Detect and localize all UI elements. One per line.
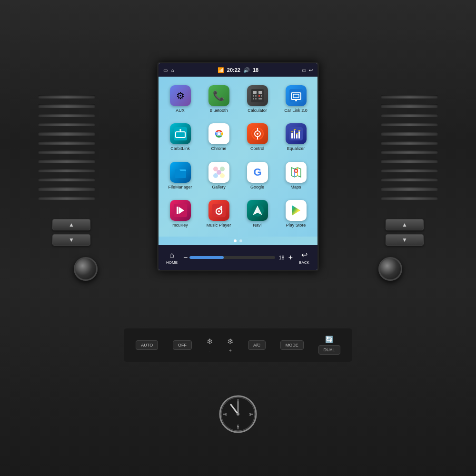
dual-label[interactable]: DUAL: [318, 345, 340, 355]
volume-bar[interactable]: [189, 256, 275, 259]
app-item-maps[interactable]: Maps: [278, 158, 314, 194]
app-item-carlink[interactable]: Car Link 2.0: [278, 81, 314, 117]
svg-point-57: [218, 210, 220, 212]
back-label: BACK: [299, 260, 309, 265]
vent-slat: [381, 114, 438, 117]
app-item-bluetooth[interactable]: 📞Bluetooth: [201, 81, 237, 117]
vent-slat: [381, 123, 438, 126]
page-dot-1: [234, 239, 237, 242]
app-label-control: Control: [250, 146, 264, 151]
svg-rect-30: [294, 130, 295, 139]
svg-point-22: [218, 132, 220, 135]
app-item-mcukey[interactable]: mcuKey: [162, 197, 198, 232]
vent-slat: [381, 178, 438, 181]
app-icon-chrome: [208, 123, 229, 144]
vent-slat: [38, 141, 95, 145]
back-button[interactable]: ↩ BACK: [295, 250, 314, 265]
left-volume-knob[interactable]: [74, 257, 98, 281]
volume-number: 18: [277, 255, 287, 260]
navigation-bar: ⌂ HOME − 18 + ↩ BACK: [159, 245, 317, 270]
page-indicator: [159, 237, 317, 245]
fan-high-icon: ❄: [227, 337, 233, 346]
vent-slat: [381, 169, 438, 172]
right-btn-down[interactable]: ▼: [386, 234, 424, 246]
app-label-aux: AUX: [176, 108, 185, 113]
fan-plus-icon: +: [229, 348, 232, 353]
climate-ac-button[interactable]: A/C: [248, 340, 266, 350]
vent-slat: [38, 178, 95, 181]
app-item-navi[interactable]: Navi: [239, 197, 275, 232]
mode-label[interactable]: MODE: [280, 340, 304, 350]
home-button[interactable]: ⌂ HOME: [162, 251, 181, 265]
status-left-icons: ▭ ⌂: [163, 68, 174, 73]
volume-minus-icon[interactable]: −: [183, 253, 188, 262]
app-icon-maps: [286, 162, 307, 183]
svg-rect-3: [253, 95, 254, 97]
app-label-filemanager: FileManager: [168, 185, 192, 190]
app-label-maps: Maps: [290, 185, 301, 190]
app-icon-filemanager: [170, 162, 191, 183]
app-item-google[interactable]: GGoogle: [239, 158, 275, 194]
app-item-carbitlink[interactable]: CarbitLink: [162, 120, 198, 156]
app-item-control[interactable]: Control: [239, 120, 275, 156]
climate-auto-button[interactable]: AUTO: [136, 340, 158, 350]
svg-rect-29: [291, 133, 293, 139]
app-label-carlink: Car Link 2.0: [284, 108, 307, 113]
svg-rect-5: [253, 98, 254, 99]
app-item-chrome[interactable]: Chrome: [201, 120, 237, 156]
app-icon-equalizer: [286, 123, 307, 144]
app-label-gallery: Gallery: [212, 185, 226, 190]
app-item-aux[interactable]: ⚙AUX: [162, 81, 198, 117]
volume-control[interactable]: − 18 +: [183, 253, 293, 262]
svg-rect-54: [177, 207, 178, 214]
vent-slat: [381, 197, 438, 200]
right-volume-knob[interactable]: [378, 257, 402, 281]
vent-slats-right: [381, 95, 438, 200]
app-icon-bluetooth: 📞: [208, 85, 229, 106]
ac-label[interactable]: A/C: [248, 340, 266, 350]
left-btn-down[interactable]: ▼: [52, 234, 90, 246]
vent-slat: [38, 187, 95, 190]
volume-plus-icon[interactable]: +: [288, 253, 293, 262]
svg-point-51: [295, 170, 297, 172]
android-display: ▭ ⌂ 📶 20:22 🔊 18 ▭ ↩ ⚙AUX📞BluetoothCalcu…: [159, 63, 317, 270]
app-item-playstore[interactable]: Play Store: [278, 197, 314, 232]
vent-slat: [38, 197, 95, 200]
back-arrow-icon: ↩: [309, 68, 313, 73]
fan-control-low[interactable]: ❄ -: [207, 337, 213, 353]
climate-mode-button[interactable]: MODE: [280, 340, 304, 350]
status-bar: ▭ ⌂ 📶 20:22 🔊 18 ▭ ↩: [159, 63, 317, 77]
volume-fill: [189, 256, 224, 259]
vent-slat: [38, 95, 95, 99]
app-icon-gallery: [208, 162, 229, 183]
right-air-vent: [381, 95, 438, 200]
battery-level: 18: [253, 67, 258, 73]
vent-slat: [38, 123, 95, 126]
left-control-buttons: ▲ ▼: [52, 219, 90, 246]
right-btn-up[interactable]: ▲: [386, 219, 424, 230]
app-label-equalizer: Equalizer: [287, 146, 305, 151]
app-icon-carbitlink: [170, 123, 191, 144]
fan-control-high[interactable]: ❄ +: [227, 337, 233, 353]
left-btn-up[interactable]: ▲: [52, 219, 90, 230]
infotainment-screen[interactable]: ▭ ⌂ 📶 20:22 🔊 18 ▭ ↩ ⚙AUX📞BluetoothCalcu…: [157, 62, 319, 271]
climate-off-button[interactable]: OFF: [173, 340, 192, 350]
app-icon-mcukey: [170, 200, 191, 221]
right-control-buttons: ▲ ▼: [386, 219, 424, 246]
vent-slat: [38, 159, 95, 163]
app-item-filemanager[interactable]: FileManager: [162, 158, 198, 194]
app-item-calculator[interactable]: Calculator: [239, 81, 275, 117]
recirculate-icon[interactable]: 🔄: [325, 336, 333, 343]
app-icon-musicplayer: [208, 200, 229, 221]
auto-label[interactable]: AUTO: [136, 340, 158, 350]
app-label-carbitlink: CarbitLink: [170, 146, 190, 151]
app-item-gallery[interactable]: Gallery: [201, 158, 237, 194]
svg-point-13: [295, 99, 297, 101]
off-label[interactable]: OFF: [173, 340, 192, 350]
home-label: HOME: [166, 260, 178, 265]
vent-slat: [381, 95, 438, 99]
car-dashboard: ▲ ▼ ▲ ▼ ▭ ⌂ 📶 20:22 🔊 18: [0, 0, 476, 476]
app-item-equalizer[interactable]: Equalizer: [278, 120, 314, 156]
app-item-musicplayer[interactable]: Music Player: [201, 197, 237, 232]
svg-text:G: G: [253, 166, 261, 178]
